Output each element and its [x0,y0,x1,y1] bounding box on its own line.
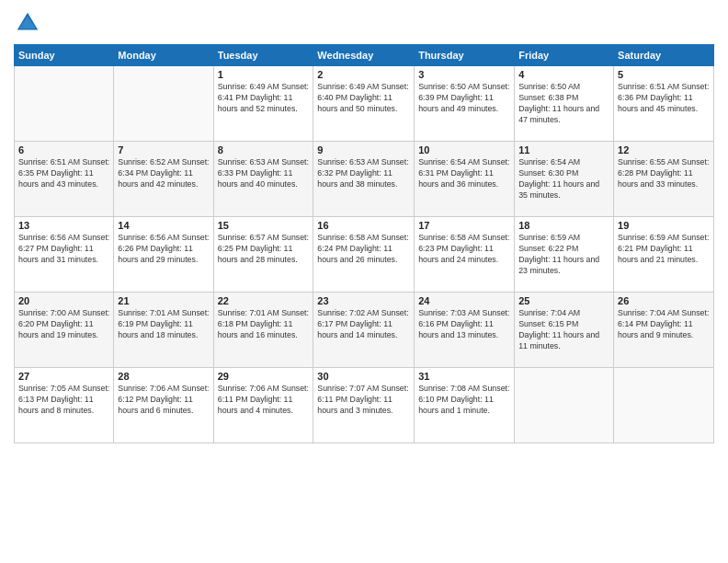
day-number: 2 [317,69,410,80]
day-info: Sunrise: 7:05 AM Sunset: 6:13 PM Dayligh… [18,384,109,417]
calendar-cell: 10Sunrise: 6:54 AM Sunset: 6:31 PM Dayli… [415,142,515,217]
day-number: 4 [518,69,609,80]
day-number: 5 [618,69,710,80]
calendar-week-1: 1Sunrise: 6:49 AM Sunset: 6:41 PM Daylig… [15,66,714,142]
day-number: 26 [618,295,710,306]
day-number: 17 [418,220,510,231]
weekday-header-monday: Monday [114,45,213,66]
day-number: 22 [218,295,310,306]
calendar-cell: 25Sunrise: 7:04 AM Sunset: 6:15 PM Dayli… [515,293,614,368]
calendar-cell [15,66,114,142]
day-info: Sunrise: 7:07 AM Sunset: 6:11 PM Dayligh… [317,384,410,417]
day-info: Sunrise: 6:51 AM Sunset: 6:35 PM Dayligh… [18,157,109,190]
day-info: Sunrise: 7:06 AM Sunset: 6:11 PM Dayligh… [218,384,310,417]
day-number: 11 [518,144,609,155]
calendar-cell: 6Sunrise: 6:51 AM Sunset: 6:35 PM Daylig… [15,142,114,217]
calendar-cell: 26Sunrise: 7:04 AM Sunset: 6:14 PM Dayli… [614,293,714,368]
calendar-cell: 18Sunrise: 6:59 AM Sunset: 6:22 PM Dayli… [515,217,614,293]
weekday-header-tuesday: Tuesday [213,45,313,66]
day-number: 21 [118,295,209,306]
day-info: Sunrise: 7:06 AM Sunset: 6:12 PM Dayligh… [118,384,209,417]
weekday-header-saturday: Saturday [614,45,714,66]
weekday-header-sunday: Sunday [15,45,114,66]
calendar-week-4: 20Sunrise: 7:00 AM Sunset: 6:20 PM Dayli… [15,293,714,368]
calendar-cell: 12Sunrise: 6:55 AM Sunset: 6:28 PM Dayli… [614,142,714,217]
day-number: 15 [218,220,310,231]
day-number: 12 [618,144,710,155]
day-info: Sunrise: 6:50 AM Sunset: 6:39 PM Dayligh… [418,82,510,115]
calendar-week-2: 6Sunrise: 6:51 AM Sunset: 6:35 PM Daylig… [15,142,714,217]
day-info: Sunrise: 6:53 AM Sunset: 6:32 PM Dayligh… [317,157,410,190]
day-number: 16 [317,220,410,231]
calendar-cell: 23Sunrise: 7:02 AM Sunset: 6:17 PM Dayli… [313,293,415,368]
calendar-week-3: 13Sunrise: 6:56 AM Sunset: 6:27 PM Dayli… [15,217,714,293]
day-info: Sunrise: 6:59 AM Sunset: 6:22 PM Dayligh… [518,233,609,277]
calendar-cell: 17Sunrise: 6:58 AM Sunset: 6:23 PM Dayli… [415,217,515,293]
day-info: Sunrise: 6:54 AM Sunset: 6:31 PM Dayligh… [418,157,510,190]
calendar-cell: 19Sunrise: 6:59 AM Sunset: 6:21 PM Dayli… [614,217,714,293]
page-header [14,9,714,37]
day-number: 23 [317,295,410,306]
calendar-cell: 11Sunrise: 6:54 AM Sunset: 6:30 PM Dayli… [515,142,614,217]
calendar-cell: 16Sunrise: 6:58 AM Sunset: 6:24 PM Dayli… [313,217,415,293]
day-number: 18 [518,220,609,231]
calendar-cell: 28Sunrise: 7:06 AM Sunset: 6:12 PM Dayli… [114,368,213,443]
calendar-table: SundayMondayTuesdayWednesdayThursdayFrid… [14,44,714,443]
day-number: 25 [518,295,609,306]
day-number: 10 [418,144,510,155]
calendar-cell: 8Sunrise: 6:53 AM Sunset: 6:33 PM Daylig… [213,142,313,217]
calendar-cell [114,66,213,142]
day-info: Sunrise: 7:02 AM Sunset: 6:17 PM Dayligh… [317,308,410,341]
day-info: Sunrise: 6:56 AM Sunset: 6:26 PM Dayligh… [118,233,209,266]
day-number: 28 [118,371,209,382]
day-info: Sunrise: 6:53 AM Sunset: 6:33 PM Dayligh… [218,157,310,190]
calendar-cell: 2Sunrise: 6:49 AM Sunset: 6:40 PM Daylig… [313,66,415,142]
day-number: 9 [317,144,410,155]
calendar-cell: 27Sunrise: 7:05 AM Sunset: 6:13 PM Dayli… [15,368,114,443]
calendar-header-row: SundayMondayTuesdayWednesdayThursdayFrid… [15,45,714,66]
day-info: Sunrise: 6:56 AM Sunset: 6:27 PM Dayligh… [18,233,109,266]
calendar-cell: 21Sunrise: 7:01 AM Sunset: 6:19 PM Dayli… [114,293,213,368]
day-info: Sunrise: 6:52 AM Sunset: 6:34 PM Dayligh… [118,157,209,190]
calendar-cell: 20Sunrise: 7:00 AM Sunset: 6:20 PM Dayli… [15,293,114,368]
calendar-cell: 1Sunrise: 6:49 AM Sunset: 6:41 PM Daylig… [213,66,313,142]
calendar-cell: 22Sunrise: 7:01 AM Sunset: 6:18 PM Dayli… [213,293,313,368]
day-info: Sunrise: 7:00 AM Sunset: 6:20 PM Dayligh… [18,308,109,341]
day-info: Sunrise: 7:01 AM Sunset: 6:19 PM Dayligh… [118,308,209,341]
day-info: Sunrise: 6:59 AM Sunset: 6:21 PM Dayligh… [618,233,710,266]
calendar-cell [614,368,714,443]
calendar-cell [515,368,614,443]
day-info: Sunrise: 6:50 AM Sunset: 6:38 PM Dayligh… [518,82,609,126]
day-number: 30 [317,371,410,382]
weekday-header-wednesday: Wednesday [313,45,415,66]
calendar-cell: 31Sunrise: 7:08 AM Sunset: 6:10 PM Dayli… [415,368,515,443]
day-number: 14 [118,220,209,231]
weekday-header-friday: Friday [515,45,614,66]
day-number: 1 [218,69,310,80]
day-number: 8 [218,144,310,155]
day-info: Sunrise: 6:57 AM Sunset: 6:25 PM Dayligh… [218,233,310,266]
day-number: 19 [618,220,710,231]
day-info: Sunrise: 6:49 AM Sunset: 6:41 PM Dayligh… [218,82,310,115]
day-number: 31 [418,371,510,382]
day-info: Sunrise: 7:03 AM Sunset: 6:16 PM Dayligh… [418,308,510,341]
logo [14,9,45,37]
day-number: 29 [218,371,310,382]
calendar-cell: 4Sunrise: 6:50 AM Sunset: 6:38 PM Daylig… [515,66,614,142]
day-info: Sunrise: 7:04 AM Sunset: 6:15 PM Dayligh… [518,308,609,352]
day-number: 20 [18,295,109,306]
day-number: 27 [18,371,109,382]
day-number: 7 [118,144,209,155]
day-number: 6 [18,144,109,155]
day-number: 13 [18,220,109,231]
day-info: Sunrise: 6:55 AM Sunset: 6:28 PM Dayligh… [618,157,710,190]
day-info: Sunrise: 7:04 AM Sunset: 6:14 PM Dayligh… [618,308,710,341]
calendar-cell: 9Sunrise: 6:53 AM Sunset: 6:32 PM Daylig… [313,142,415,217]
day-info: Sunrise: 6:49 AM Sunset: 6:40 PM Dayligh… [317,82,410,115]
day-info: Sunrise: 7:08 AM Sunset: 6:10 PM Dayligh… [418,384,510,417]
calendar-cell: 30Sunrise: 7:07 AM Sunset: 6:11 PM Dayli… [313,368,415,443]
calendar-cell: 14Sunrise: 6:56 AM Sunset: 6:26 PM Dayli… [114,217,213,293]
day-info: Sunrise: 6:58 AM Sunset: 6:24 PM Dayligh… [317,233,410,266]
logo-icon [14,9,41,37]
day-info: Sunrise: 6:58 AM Sunset: 6:23 PM Dayligh… [418,233,510,266]
